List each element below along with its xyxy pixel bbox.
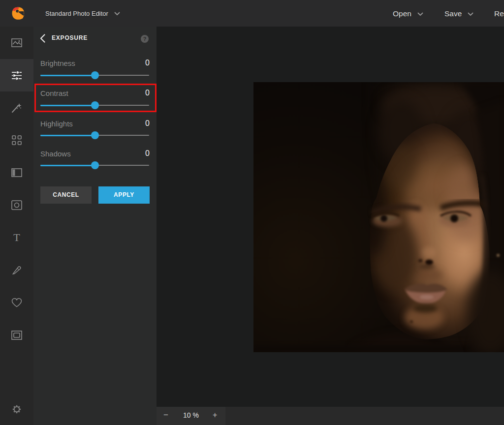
svg-text:T: T	[13, 232, 20, 243]
